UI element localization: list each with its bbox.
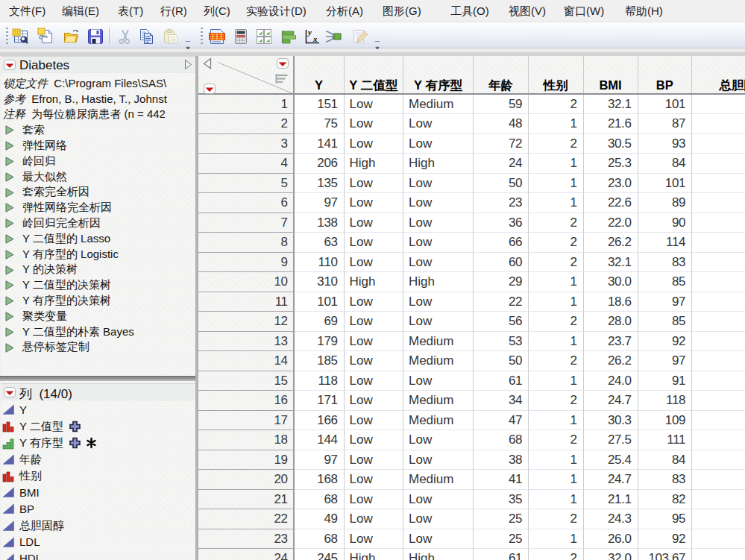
svg-text:y: y: [307, 28, 312, 37]
svg-text:x: x: [312, 34, 318, 43]
